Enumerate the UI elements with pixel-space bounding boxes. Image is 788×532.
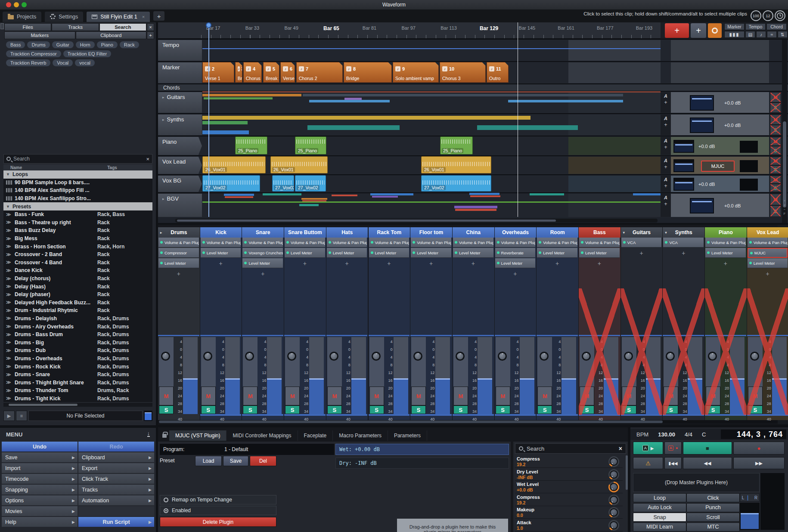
vox-bg-clip[interactable]: 27_Vox02 (421, 175, 491, 192)
param-knob[interactable] (608, 482, 619, 492)
mute-button[interactable]: M (770, 137, 781, 146)
volume-fader[interactable] (673, 140, 694, 153)
playhead-handle[interactable] (206, 22, 211, 28)
list-item[interactable]: ≫Drums - Thight Bright SnareRack, Drums (3, 378, 152, 387)
timeline-ruler[interactable]: Bar 17Bar 33Bar 49Bar 65Bar 81Bar 97Bar … (158, 22, 661, 39)
mixer-strip-piano[interactable]: PianoVolume & Pan PluginLevel Meter+4048… (705, 227, 747, 420)
transport-auto-lock-button[interactable]: Auto Lock (633, 503, 686, 512)
master-plugin-drop-zone[interactable]: (Drop Master Plugins Here) (633, 473, 760, 492)
plugin-chip[interactable]: Volume & Pan Plugin (495, 238, 536, 247)
list-item[interactable]: 140 BPM Alex Sanfilippo Fill ... (3, 186, 152, 195)
pan-knob[interactable] (624, 352, 633, 361)
plugin-chip[interactable]: VCA (663, 238, 704, 247)
mute-button[interactable]: M (159, 387, 174, 405)
vox-lead-clip[interactable]: 26_Vox01 (421, 156, 491, 173)
toolbar-icon-1[interactable]: ♪ (756, 31, 766, 38)
mixer-strip-guitars[interactable]: ▾GuitarsVCA+40481216202428344048MS (621, 227, 663, 420)
strip-header[interactable]: Kick (200, 227, 242, 238)
track-row-tempo[interactable]: Tempo (158, 39, 788, 61)
plugin-chip[interactable]: Level Meter (453, 248, 493, 258)
add-plugin-button[interactable]: + (661, 164, 671, 170)
plugin-chip[interactable]: Voxengo Crunchessor (242, 248, 283, 258)
mixer-strip-overheads[interactable]: OverheadsVolume & Pan PluginReverberateL… (495, 227, 537, 420)
plugin-chip[interactable]: Level Meter (242, 258, 283, 268)
volume-fader[interactable] (690, 95, 714, 111)
list-item[interactable]: ≫Crossover - 4 BandRack (3, 259, 152, 267)
return-to-start-button[interactable]: ▮◀◀ (664, 457, 682, 469)
param-row-dry-level[interactable]: Dry Level-INF dB (515, 468, 623, 481)
menu-download-icon[interactable]: ↓ (147, 430, 150, 437)
solo-button[interactable]: S (770, 146, 781, 155)
track-name-vox-bg[interactable]: Vox BG (158, 176, 202, 192)
volume-fader[interactable] (690, 198, 714, 213)
track-name-tempo[interactable]: Tempo (158, 40, 202, 61)
automation-button[interactable]: A (661, 195, 671, 200)
list-item[interactable]: ≫Delayed High Feedback Buzz...Rack (3, 299, 152, 307)
volume-fader[interactable] (673, 159, 694, 172)
add-plugin-button[interactable]: + (661, 144, 671, 150)
pan-knob[interactable] (456, 352, 465, 361)
browser-add-button[interactable]: + (147, 31, 154, 39)
mute-button[interactable]: M (664, 387, 678, 405)
add-plugin-button[interactable]: + (201, 258, 241, 268)
stop-button[interactable]: ■ (683, 442, 732, 455)
close-window-button[interactable] (6, 2, 11, 7)
menu-item-movies[interactable]: Movies▶ (2, 506, 78, 516)
marker-clip-5[interactable]: ♪5Break 2 (263, 62, 279, 83)
solo-button[interactable]: S (748, 405, 763, 414)
param-knob[interactable] (608, 456, 619, 467)
mixer-strip-bass[interactable]: BassVolume & Pan PluginLevel Meter+40481… (579, 227, 621, 420)
latency-gauge[interactable]: 12 (763, 10, 773, 21)
plugin-chip[interactable]: VCA (621, 238, 662, 247)
mixer-strip-china[interactable]: ChinaVolume & Pan PluginLevel Meter+4048… (453, 227, 495, 420)
tag-chip[interactable]: Rack (120, 41, 139, 48)
rewind-button[interactable]: ◀◀ (683, 457, 732, 469)
menu-item-timecode[interactable]: Timecode▶ (2, 474, 78, 484)
plugin-chip[interactable]: Level Meter (285, 248, 325, 258)
solo-button[interactable]: S (770, 125, 781, 135)
plugin-chip[interactable]: Level Meter (411, 248, 451, 258)
menu-item-options[interactable]: Options▶ (2, 495, 78, 505)
solo-button[interactable]: S (496, 405, 510, 414)
solo-button[interactable]: S (159, 405, 174, 414)
toolbar-icon-0[interactable]: ▤ (745, 31, 755, 38)
track-row-chords[interactable]: Chords (158, 84, 788, 91)
solo-button[interactable]: S (770, 165, 781, 174)
plugin-tab-parameters[interactable]: Parameters (388, 430, 427, 441)
toolbar-tempo-button[interactable]: Tempo (745, 23, 766, 30)
fast-forward-button[interactable]: ▶▶ (733, 457, 785, 469)
arrange-hscrollbar[interactable] (175, 219, 658, 223)
transport-midi-learn-button[interactable]: MIDI Learn (633, 523, 686, 532)
mute-button[interactable]: M (770, 194, 781, 205)
plugin-chip[interactable]: MJUC (748, 248, 788, 258)
nav-clipboard[interactable]: Clipboard (76, 31, 147, 39)
param-row-compress[interactable]: Compress19.2 (515, 455, 623, 468)
strip-header[interactable]: Floor tom (410, 227, 452, 238)
list-item[interactable]: ≫Drums - DubRack, Drums (3, 346, 152, 355)
add-plugin-button[interactable]: + (453, 258, 493, 268)
list-item[interactable]: ≫Drums - Tight KickRack, Drums (3, 395, 152, 402)
cpu-badge[interactable]: 100 (751, 10, 761, 21)
plugin-chip[interactable]: Level Meter (201, 248, 241, 258)
pan-knob[interactable] (708, 352, 717, 361)
menu-item-redo[interactable]: Redo (78, 442, 154, 452)
mute-button[interactable]: M (201, 387, 216, 405)
param-knob[interactable] (608, 520, 619, 531)
menu-item-export[interactable]: Export▶ (78, 463, 154, 473)
pan-knob[interactable] (372, 352, 381, 361)
solo-button[interactable]: S (622, 405, 636, 414)
mute-button[interactable]: M (580, 387, 594, 405)
tab-settings[interactable]: Settings (45, 12, 83, 22)
mute-button[interactable]: M (770, 176, 781, 184)
param-row-attack[interactable]: Attack1.0 (515, 519, 623, 532)
mute-button[interactable]: M (537, 387, 552, 405)
strip-header[interactable]: ▾Guitars (621, 227, 663, 238)
column-tags[interactable]: Tags (107, 165, 117, 170)
plugin-chip[interactable]: Volume & Pan Plugin (201, 238, 241, 247)
preview-list-button[interactable]: ≡ (16, 411, 27, 421)
preset-save-button[interactable]: Save (223, 456, 248, 466)
nav-files[interactable]: Files (4, 23, 51, 31)
add-plugin-button[interactable]: + (705, 258, 746, 268)
folder-collapse-icon[interactable]: ▸ (162, 95, 164, 99)
collapse-triangle-icon[interactable]: ▾ (623, 231, 625, 235)
